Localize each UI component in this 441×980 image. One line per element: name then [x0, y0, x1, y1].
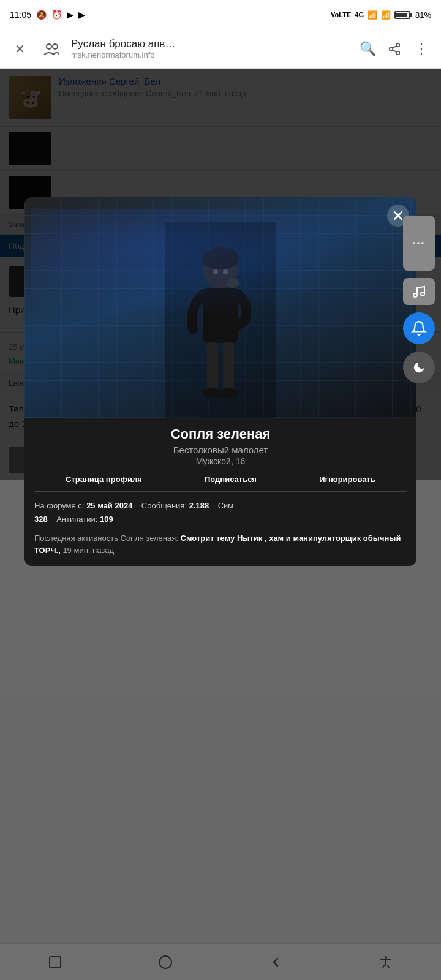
content-area: 🐮 Изложения Сергей_Бел Последнее сообщен…: [0, 69, 441, 980]
share-button[interactable]: [382, 37, 407, 61]
alarm-icon: ⏰: [51, 10, 62, 20]
close-button[interactable]: ✕: [7, 37, 32, 61]
popup-username: Сопля зеленая: [24, 426, 417, 442]
popup-actions: Страница профиля Подписаться Игнорироват…: [24, 466, 417, 484]
notifications-button[interactable]: [403, 312, 435, 344]
activity-time: 19 мин. назад: [62, 546, 114, 555]
sym-label: Сим: [218, 501, 234, 510]
status-left: 11:05 🔕 ⏰ ▶ ▶: [10, 10, 85, 20]
subscribe-button[interactable]: Подписаться: [205, 475, 257, 484]
svg-point-18: [223, 270, 228, 274]
activity-prefix: Последняя активность Сопля зеленая:: [34, 533, 178, 543]
person-figure: [165, 222, 276, 418]
nav-bar: ✕ Руслан бросаю апв… msk.nenormaforum.in…: [0, 29, 441, 69]
battery-percent: 81%: [415, 10, 431, 20]
status-bar: 11:05 🔕 ⏰ ▶ ▶ VoLTE 4G 📶 📶 81%: [0, 0, 441, 29]
svg-point-4: [396, 51, 400, 55]
svg-point-1: [53, 44, 58, 49]
svg-rect-14: [223, 342, 234, 391]
signal-4g: 4G: [355, 11, 364, 18]
lte-badge: VoLTE: [331, 11, 351, 18]
float-buttons: •••: [403, 216, 435, 383]
signal-bars-2: 📶: [381, 10, 391, 20]
battery-indicator: 81%: [394, 10, 431, 20]
popup-gender: Мужской, 16: [24, 456, 417, 466]
svg-point-19: [227, 278, 239, 288]
profile-page-button[interactable]: Страница профиля: [66, 475, 142, 484]
search-button[interactable]: 🔍: [355, 37, 380, 61]
svg-point-21: [421, 292, 424, 296]
moon-icon: [412, 361, 426, 374]
svg-point-11: [202, 247, 239, 270]
dark-mode-button[interactable]: [403, 352, 435, 383]
svg-point-17: [213, 270, 218, 274]
antipathy-label: Антипатии:: [56, 514, 97, 524]
time: 11:05: [10, 10, 31, 20]
mute-icon: 🔕: [36, 10, 47, 20]
svg-point-16: [219, 388, 238, 398]
page-subtitle: msk.nenormaforum.info: [71, 50, 348, 59]
since-label: На форуме с:: [34, 501, 85, 510]
popup-profile-image: [24, 197, 417, 418]
popup-stats: На форуме с: 25 май 2024 Сообщения: 2.18…: [24, 492, 417, 526]
sym-value: 328: [34, 514, 48, 524]
messages-label: Сообщения:: [141, 501, 187, 510]
bell-icon: [411, 320, 427, 336]
svg-point-3: [390, 47, 393, 51]
play2-icon: ▶: [78, 10, 85, 20]
svg-point-20: [413, 293, 417, 297]
music-icon: [412, 284, 426, 299]
svg-rect-13: [207, 342, 218, 391]
antipathy-value: 109: [100, 514, 113, 524]
status-right: VoLTE 4G 📶 📶 81%: [331, 10, 431, 20]
dots-icon: •••: [413, 238, 426, 248]
ignore-button[interactable]: Игнорировать: [319, 475, 375, 484]
svg-point-0: [47, 44, 51, 49]
more-button[interactable]: ⋮: [409, 37, 434, 61]
play-icon: ▶: [67, 10, 74, 20]
nav-title-block: Руслан бросаю апв… msk.nenormaforum.info: [71, 38, 348, 59]
svg-point-2: [396, 43, 400, 47]
music-button[interactable]: [403, 278, 435, 305]
messages-value: 2.188: [189, 501, 209, 510]
nav-actions: 🔍 ⋮: [355, 37, 434, 61]
svg-rect-12: [203, 288, 238, 343]
popup-last-activity: Последняя активность Сопля зеленая: Смот…: [24, 526, 417, 556]
page-title: Руслан бросаю апв…: [71, 38, 348, 50]
contacts-icon[interactable]: [39, 37, 64, 61]
svg-line-6: [393, 45, 396, 48]
profile-popup: Сопля зеленая Бестолковый малолет Мужско…: [24, 197, 417, 566]
popup-role: Бестолковый малолет: [24, 445, 417, 455]
more-options-button[interactable]: •••: [403, 216, 435, 271]
svg-line-5: [393, 50, 396, 52]
since-value: 25 май 2024: [86, 501, 132, 510]
signal-bars-1: 📶: [368, 10, 377, 20]
